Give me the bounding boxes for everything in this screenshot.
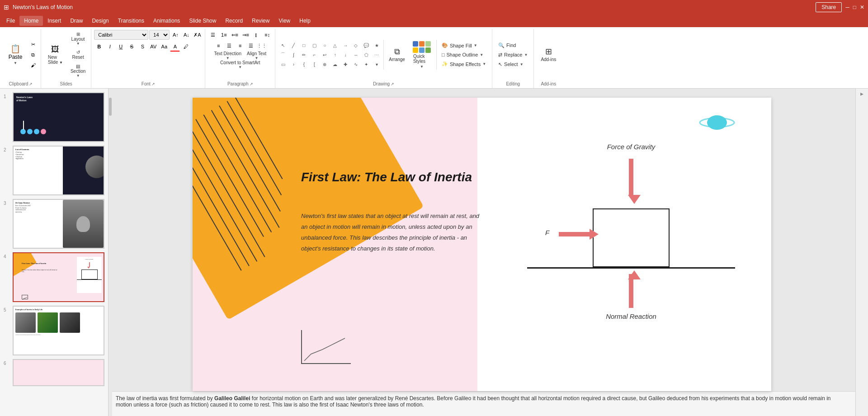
cut-button[interactable]: ✂ xyxy=(28,39,38,49)
font-case-button[interactable]: Aa xyxy=(159,42,169,52)
scrollbar-thumb-v[interactable] xyxy=(109,98,112,116)
copy-button[interactable]: ⧉ xyxy=(28,50,38,60)
slide-item-1[interactable]: 1 Newton's Lawsof Motion xyxy=(4,92,104,142)
justify-button[interactable]: ☰ xyxy=(246,41,256,51)
strikethrough-button[interactable]: S xyxy=(127,42,137,52)
pentagon-tool[interactable]: ⬠ xyxy=(361,50,371,59)
chevron-tool[interactable]: › xyxy=(288,60,298,69)
align-right-button[interactable]: ≡ xyxy=(235,41,245,51)
smart-art-button[interactable]: ⋮⋮ xyxy=(257,41,267,51)
char-spacing-button[interactable]: AV xyxy=(148,42,158,52)
minimize-icon[interactable]: ─ xyxy=(845,4,849,10)
rect-tool[interactable]: □ xyxy=(299,41,309,50)
font-size-select[interactable]: 14 xyxy=(149,30,170,40)
slide-item-3[interactable]: 3 Sir Isaac Newton Born: 25 December 164… xyxy=(4,199,104,249)
highlight-button[interactable]: 🖊 xyxy=(181,42,191,52)
shapes-expand-button[interactable]: ▾ xyxy=(372,60,382,69)
slide-item-5[interactable]: 5 Examples of Inertia in Daily Life xyxy=(4,306,104,355)
align-center-button[interactable]: ☰ xyxy=(224,41,234,51)
quick-styles-button[interactable]: Quick Styles ▼ xyxy=(409,40,434,70)
maximize-icon[interactable]: □ xyxy=(853,4,856,10)
menu-insert[interactable]: Insert xyxy=(43,16,66,26)
add-ins-button[interactable]: ⊞ Add-ins xyxy=(537,40,560,70)
wavy-tool[interactable]: ∿ xyxy=(351,60,361,69)
oval-tool[interactable]: ○ xyxy=(320,41,330,50)
collapse-panel-indicator[interactable]: ◀ xyxy=(858,90,866,99)
font-color-button[interactable]: A xyxy=(170,42,180,52)
bracket-tool[interactable]: [ xyxy=(309,60,319,69)
bullet-list-button[interactable]: ☰ xyxy=(208,30,218,40)
connector-tool[interactable]: ⌐ xyxy=(309,50,319,59)
text-direction-button[interactable]: Text Direction ▼ xyxy=(212,52,244,60)
menu-transitions[interactable]: Transitions xyxy=(113,16,149,26)
slide-thumb-1[interactable]: Newton's Lawsof Motion xyxy=(13,92,104,142)
paste-button[interactable]: 📋 Paste ▼ xyxy=(4,40,27,70)
menu-design[interactable]: Design xyxy=(87,16,113,26)
format-painter-button[interactable]: 🖌 xyxy=(28,60,38,70)
align-left-button[interactable]: ≡ xyxy=(213,41,223,51)
close-icon[interactable]: ✕ xyxy=(860,4,864,10)
vertical-scrollbar[interactable] xyxy=(108,89,112,416)
menu-slideshow[interactable]: Slide Show xyxy=(184,16,221,26)
font-size-increase-button[interactable]: A↑ xyxy=(170,30,180,40)
star-tool[interactable]: ★ xyxy=(372,41,382,50)
round-rect-tool[interactable]: ▢ xyxy=(309,41,319,50)
clear-format-button[interactable]: ✗A xyxy=(192,30,202,40)
more-shapes-button[interactable]: ⋯ xyxy=(372,50,382,59)
italic-button[interactable]: I xyxy=(105,42,115,52)
menu-review[interactable]: Review xyxy=(247,16,274,26)
select-shape-tool[interactable]: ↖ xyxy=(278,41,288,50)
up-arrow-tool[interactable]: ↑ xyxy=(330,50,340,59)
slide-item-2[interactable]: 2 List of Contents • First Law• Second L… xyxy=(4,146,104,195)
shadow-button[interactable]: S xyxy=(137,42,147,52)
convert-smartart-button[interactable]: Convert to SmartArt ▼ xyxy=(218,61,262,69)
menu-home[interactable]: Home xyxy=(19,16,43,26)
curve-tool[interactable]: ∫ xyxy=(288,50,298,59)
triangle-tool[interactable]: △ xyxy=(330,41,340,50)
line-tool[interactable]: ╱ xyxy=(288,41,298,50)
line-spacing-button[interactable]: ≡↕ xyxy=(262,30,272,40)
cross-tool[interactable]: ✚ xyxy=(340,60,350,69)
explosion-tool[interactable]: ✦ xyxy=(361,60,371,69)
slide-item-6[interactable]: 6 xyxy=(4,359,104,386)
bold-button[interactable]: B xyxy=(94,42,104,52)
columns-button[interactable]: ⫿ xyxy=(251,30,261,40)
find-button[interactable]: 🔍 Find xyxy=(495,41,531,50)
font-size-decrease-button[interactable]: A↓ xyxy=(181,30,191,40)
arc-tool[interactable]: ⌒ xyxy=(278,50,288,59)
drawing-expand-icon[interactable]: ↗ xyxy=(391,82,394,86)
font-expand-icon[interactable]: ↗ xyxy=(151,82,155,86)
slide-thumb-5[interactable]: Examples of Inertia in Daily Life Object… xyxy=(13,306,104,355)
share-button[interactable]: Share xyxy=(816,2,842,12)
menu-animations[interactable]: Animations xyxy=(149,16,184,26)
cloud-tool[interactable]: ☁ xyxy=(330,60,340,69)
menu-view[interactable]: View xyxy=(274,16,295,26)
freeform-tool[interactable]: ✏ xyxy=(299,50,309,59)
section-button[interactable]: ▤ Section ▼ xyxy=(68,62,88,80)
menu-help[interactable]: Help xyxy=(295,16,315,26)
replace-button[interactable]: ⇄ Replace ▼ xyxy=(495,51,531,59)
merge-tool[interactable]: ⊕ xyxy=(320,60,330,69)
slide-thumb-4[interactable]: First Law: The Law of Inertia Newton's f… xyxy=(13,252,104,302)
slide-item-4[interactable]: 4 First Law: The Law of Inertia Newton's… xyxy=(4,252,104,302)
numbered-list-button[interactable]: 1≡ xyxy=(219,30,229,40)
shape-effects-button[interactable]: ✨ Shape Effects ▼ xyxy=(439,60,489,68)
slide-thumb-2[interactable]: List of Contents • First Law• Second Law… xyxy=(13,146,104,195)
menu-record[interactable]: Record xyxy=(221,16,247,26)
reset-button[interactable]: ↺ Reset xyxy=(68,48,88,61)
right-arrow-tool[interactable]: → xyxy=(340,41,350,50)
process-tool[interactable]: ▭ xyxy=(278,60,288,69)
left-right-arrow-tool[interactable]: ↔ xyxy=(351,50,361,59)
brace-tool[interactable]: { xyxy=(299,60,309,69)
shape-outline-button[interactable]: □ Shape Outline ▼ xyxy=(439,51,489,59)
layout-button[interactable]: ⊞ Layout ▼ xyxy=(68,30,88,47)
decrease-indent-button[interactable]: ⇐≡ xyxy=(230,30,240,40)
slide-thumb-6[interactable] xyxy=(13,359,104,386)
clipboard-expand-icon[interactable]: ↗ xyxy=(29,82,33,86)
paragraph-expand-icon[interactable]: ↗ xyxy=(250,82,253,86)
arrange-button[interactable]: ⧉ Arrange xyxy=(386,40,408,70)
align-text-button[interactable]: Align Text ▼ xyxy=(245,52,269,60)
select-button[interactable]: ↖ Select ▼ xyxy=(495,60,531,69)
down-arrow-tool[interactable]: ↓ xyxy=(340,50,350,59)
underline-button[interactable]: U xyxy=(116,42,126,52)
